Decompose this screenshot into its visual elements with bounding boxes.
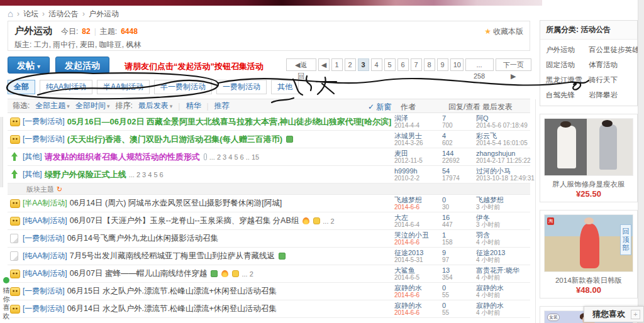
thread-author-link[interactable]: 冰城男士 xyxy=(394,132,442,140)
thread-author-link[interactable]: 哭泣的小丑 xyxy=(394,231,442,239)
product-name[interactable]: 2014新款春装日韩版 xyxy=(544,276,633,285)
lastpost-author-link[interactable]: 阿Q xyxy=(476,114,528,122)
filter-time-dropdown[interactable]: 全部时间▾ xyxy=(75,101,110,111)
pagination-page-10[interactable]: 10 xyxy=(450,58,464,71)
sidebar-link-固定活动[interactable]: 固定活动 xyxy=(546,60,589,70)
thread-tag[interactable]: [纯AA制活动] xyxy=(23,216,67,226)
lastpost-author-link[interactable]: 寂静的水 xyxy=(476,302,528,309)
thread-tag[interactable]: [一费制活动] xyxy=(23,286,65,297)
pagination-more-pages[interactable]: ... 258 xyxy=(465,58,494,71)
product-card[interactable]: 胖人服饰修身显瘦衣服¥25.50 xyxy=(540,114,638,202)
lastpost-time[interactable]: 2014-5-4 16:01:05 xyxy=(476,140,528,147)
lastpost-time[interactable]: 4 小时前 xyxy=(476,309,528,317)
thread-author-link[interactable]: 大左 xyxy=(394,214,442,221)
lastpost-author-link[interactable]: 羽含 xyxy=(476,231,528,239)
start-activity-button[interactable]: 发起活动 xyxy=(55,57,109,74)
lastpost-author-link[interactable]: 富贵花开:晓华 xyxy=(476,266,528,274)
lastpost-time[interactable]: 2014-2-17 11:25:22 xyxy=(476,157,528,165)
tab-纯AA制活动[interactable]: 纯AA制活动 xyxy=(40,80,92,94)
sidebar-link-自驾先锋[interactable]: 自驾先锋 xyxy=(546,90,589,100)
pagination-next-button[interactable]: 下一页 ▶ xyxy=(496,58,531,71)
tab-一费制活动[interactable]: 一费制活动 xyxy=(216,80,267,94)
tab-全部[interactable]: 全部 xyxy=(8,80,35,94)
breadcrumb-category[interactable]: 活动公告 xyxy=(48,9,79,19)
thread-title-link[interactable]: 06月15日 水之队户外.漂流节.松峰山漂流+休闲登山活动召集 xyxy=(67,286,277,297)
guess-you-like-popup[interactable]: 猜您喜欢 + xyxy=(584,306,644,322)
thread-page-links[interactable]: ... 2 3 4 5 6 xyxy=(129,171,164,178)
favorite-board-button[interactable]: ★收藏本版 xyxy=(484,26,523,37)
expand-icon[interactable]: + xyxy=(631,310,640,319)
breadcrumb-current[interactable]: 户外运动 xyxy=(89,9,119,19)
lastpost-time[interactable]: 4 小时前 xyxy=(476,292,528,299)
new-window-toggle[interactable]: ✓ 新窗 xyxy=(368,102,391,112)
tab-其他[interactable]: 其他 xyxy=(271,80,299,94)
thread-author-link[interactable]: h9999h xyxy=(394,167,442,175)
product-image[interactable] xyxy=(544,118,633,176)
new-post-button[interactable]: 发帖▾ xyxy=(8,57,50,74)
breadcrumb-forum[interactable]: 论坛 xyxy=(23,9,38,19)
lastpost-time[interactable]: 4 小时前 xyxy=(476,239,528,246)
order-dropdown[interactable]: 最后发表▾ xyxy=(138,101,173,111)
lastpost-author-link[interactable]: 寂静的水 xyxy=(476,284,528,292)
category-value[interactable]: 活动公告 xyxy=(580,25,611,34)
thread-title-link[interactable]: 绿野户外保险正式上线 xyxy=(45,169,126,180)
sidebar-link-岩降攀岩[interactable]: 岩降攀岩 xyxy=(589,90,631,100)
thread-title-link[interactable]: 请发贴的组织者召集人规范活动的性质形式 xyxy=(45,151,200,163)
thread-page-links[interactable]: ... 2 xyxy=(323,217,334,225)
thread-tag[interactable]: [一费制活动] xyxy=(23,134,65,145)
tab-半一费制活动[interactable]: 半一费制活动 xyxy=(154,80,212,94)
pagination-page-1[interactable]: 1 xyxy=(331,58,343,71)
pagination-back-button[interactable]: ◀返 回 xyxy=(286,58,316,71)
thread-title-link[interactable]: 06月14号飞鹰户外九龙山休闲摄影活动召集 xyxy=(67,233,218,244)
pagination-page-8[interactable]: 8 xyxy=(424,58,435,71)
pagination-page-4[interactable]: 4 xyxy=(371,58,382,71)
thread-page-links[interactable]: ... 2 3 4 5 6 .. 15 xyxy=(209,153,260,161)
back-to-top-button[interactable]: 回顶部 xyxy=(620,224,631,255)
sidebar-link-户外运动[interactable]: 户外运动 xyxy=(546,45,589,55)
thread-tag[interactable]: [一费制活动] xyxy=(23,233,65,244)
tab-半AA制活动[interactable]: 半AA制活动 xyxy=(97,80,150,94)
lastpost-time[interactable]: 3 小时前 xyxy=(476,221,528,229)
pagination-page-3[interactable]: 3 xyxy=(358,58,369,71)
thread-title-link[interactable]: 06月07日 蜜蜂——帽儿山南线结伴穿越 xyxy=(70,268,208,279)
refresh-icon[interactable]: ↻ xyxy=(57,185,62,193)
thread-author-link[interactable]: 麦田 xyxy=(394,150,442,157)
moderators-list[interactable]: 工力, 雨中行, 麦田, 咖啡豆, 枫林 xyxy=(34,40,142,49)
pagination-page-6[interactable]: 6 xyxy=(397,58,409,71)
pagination-page-2[interactable]: 2 xyxy=(345,58,356,71)
thread-title-link[interactable]: (天天出行)香港、澳门双卧九日游活动召集(每人赠三百港币) xyxy=(67,134,282,145)
thread-author-link[interactable]: 征途2013 xyxy=(394,249,442,256)
thread-tag[interactable]: [一费制活动] xyxy=(23,116,65,127)
lastpost-time[interactable]: 2013-10-18 12:49:31 xyxy=(476,175,528,182)
lastpost-author-link[interactable]: 伊冬 xyxy=(476,214,528,221)
guess-you-like-left-widget[interactable]: 猜你喜欢 xyxy=(1,277,11,320)
sidebar-link-百公里徒步英雄会[interactable]: 百公里徒步英雄会 xyxy=(589,45,631,55)
thread-title-link[interactable]: 06月14日 水之队户外.漂流节.松峰山漂流+休闲登山活动召集 xyxy=(67,304,277,314)
pagination-page-9[interactable]: 9 xyxy=(437,58,448,71)
thread-tag[interactable]: [其他] xyxy=(23,169,42,180)
thread-tag[interactable]: [纯AA制活动] xyxy=(23,251,67,261)
sidebar-link-骑行天下[interactable]: 骑行天下 xyxy=(589,75,631,85)
lastpost-time[interactable]: 3 小时前 xyxy=(476,204,528,211)
lastpost-time[interactable]: 4 小时前 xyxy=(476,274,528,282)
thread-author-link[interactable]: 寂静的水 xyxy=(394,302,442,309)
lastpost-author-link[interactable]: 过河的小马 xyxy=(476,167,528,175)
thread-tag[interactable]: [半AA制活动] xyxy=(23,198,67,209)
recommend-link[interactable]: 推荐 xyxy=(214,101,230,111)
thread-author-link[interactable]: 大鲨鱼 xyxy=(394,266,442,274)
thread-tag[interactable]: [纯AA制活动] xyxy=(23,268,67,279)
thread-tag[interactable]: [一费制活动] xyxy=(23,304,65,314)
digest-link[interactable]: 精华 xyxy=(186,101,201,111)
pagination-page-5[interactable]: 5 xyxy=(384,58,396,71)
pagination-prev-button[interactable]: ◀ xyxy=(318,58,330,71)
lastpost-author-link[interactable]: 征途2013 xyxy=(476,249,528,256)
lastpost-time[interactable]: 2014-5-6 07:18:49 xyxy=(476,122,528,129)
thread-tag[interactable]: [其他] xyxy=(23,151,42,162)
lastpost-author-link[interactable]: 飞越梦想 xyxy=(476,196,528,204)
pagination-page-7[interactable]: 7 xyxy=(411,58,422,71)
thread-title-link[interactable]: 06月07日【天涯户外】玉泉--龙脊山--玉泉采摘、穿越召集 分AB组 xyxy=(70,216,299,226)
thread-author-link[interactable]: 飞越梦想 xyxy=(394,196,442,204)
home-icon[interactable]: ⌂ xyxy=(8,9,13,18)
thread-title-link[interactable]: 7月5号出发川藏南线经稻城亚丁梅里雪山到拉萨从青藏线返 xyxy=(70,251,275,261)
thread-author-link[interactable]: 寂静的水 xyxy=(394,284,442,292)
